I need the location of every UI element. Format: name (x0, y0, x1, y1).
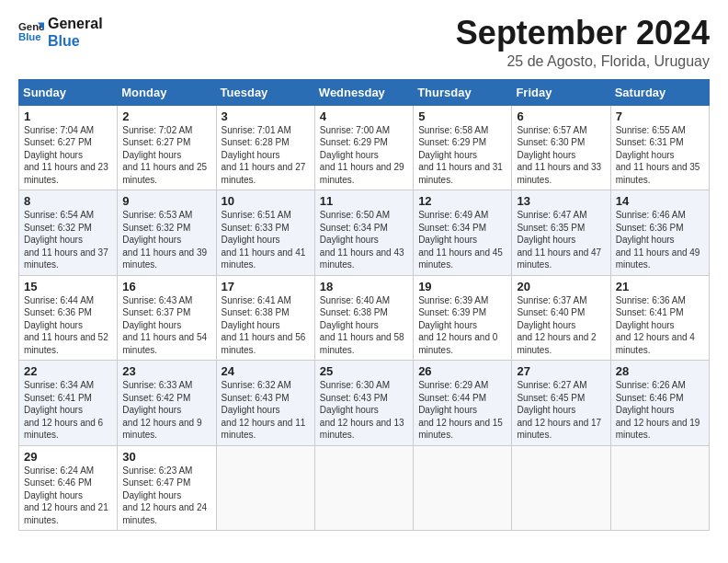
col-friday: Friday (512, 79, 610, 105)
logo-general: General (48, 15, 103, 32)
cell-info: Sunrise: 7:00 AMSunset: 6:29 PMDaylight … (320, 125, 404, 185)
cell-info: Sunrise: 6:24 AMSunset: 6:46 PMDaylight … (24, 465, 108, 525)
day-number: 7 (616, 109, 705, 123)
cell-info: Sunrise: 6:43 AMSunset: 6:37 PMDaylight … (122, 295, 207, 355)
table-row: 11 Sunrise: 6:50 AMSunset: 6:34 PMDaylig… (314, 190, 413, 276)
table-row (610, 445, 709, 531)
table-row (216, 445, 314, 531)
cell-info: Sunrise: 7:02 AMSunset: 6:27 PMDaylight … (122, 125, 207, 185)
table-row: 23 Sunrise: 6:33 AMSunset: 6:42 PMDaylig… (118, 361, 216, 446)
day-number: 21 (616, 280, 705, 293)
table-row: 12 Sunrise: 6:49 AMSunset: 6:34 PMDaylig… (414, 190, 512, 276)
calendar-row-1: 1 Sunrise: 7:04 AMSunset: 6:27 PMDayligh… (19, 105, 710, 190)
cell-info: Sunrise: 6:37 AMSunset: 6:40 PMDaylight … (517, 295, 596, 355)
table-row: 19 Sunrise: 6:39 AMSunset: 6:39 PMDaylig… (414, 275, 512, 361)
cell-info: Sunrise: 6:47 AMSunset: 6:35 PMDaylight … (517, 210, 601, 270)
table-row: 7 Sunrise: 6:55 AMSunset: 6:31 PMDayligh… (610, 105, 709, 190)
day-number: 11 (320, 194, 409, 208)
col-saturday: Saturday (610, 79, 709, 105)
header-row: Sunday Monday Tuesday Wednesday Thursday… (19, 79, 710, 105)
cell-info: Sunrise: 7:01 AMSunset: 6:28 PMDaylight … (222, 125, 306, 185)
table-row: 24 Sunrise: 6:32 AMSunset: 6:43 PMDaylig… (216, 361, 314, 446)
cell-info: Sunrise: 6:49 AMSunset: 6:34 PMDaylight … (418, 210, 503, 270)
cell-info: Sunrise: 6:30 AMSunset: 6:43 PMDaylight … (320, 380, 404, 440)
svg-text:Blue: Blue (18, 31, 41, 42)
col-wednesday: Wednesday (314, 79, 413, 105)
table-row (414, 445, 512, 531)
table-row: 4 Sunrise: 7:00 AMSunset: 6:29 PMDayligh… (314, 105, 413, 190)
table-row: 8 Sunrise: 6:54 AMSunset: 6:32 PMDayligh… (19, 190, 118, 276)
calendar-row-3: 15 Sunrise: 6:44 AMSunset: 6:36 PMDaylig… (19, 275, 710, 361)
table-row: 25 Sunrise: 6:30 AMSunset: 6:43 PMDaylig… (314, 361, 413, 446)
cell-info: Sunrise: 6:40 AMSunset: 6:38 PMDaylight … (320, 295, 404, 355)
cell-info: Sunrise: 7:04 AMSunset: 6:27 PMDaylight … (24, 125, 108, 185)
day-number: 23 (122, 364, 211, 378)
cell-info: Sunrise: 6:23 AMSunset: 6:47 PMDaylight … (122, 465, 207, 525)
day-number: 24 (222, 364, 311, 378)
table-row: 14 Sunrise: 6:46 AMSunset: 6:36 PMDaylig… (610, 190, 709, 276)
day-number: 8 (24, 194, 113, 208)
day-number: 28 (616, 364, 705, 378)
cell-info: Sunrise: 6:55 AMSunset: 6:31 PMDaylight … (616, 125, 700, 185)
day-number: 5 (418, 109, 507, 123)
table-row: 2 Sunrise: 7:02 AMSunset: 6:27 PMDayligh… (118, 105, 216, 190)
calendar-row-2: 8 Sunrise: 6:54 AMSunset: 6:32 PMDayligh… (19, 190, 710, 276)
day-number: 12 (418, 194, 507, 208)
day-number: 1 (24, 109, 113, 123)
table-row (314, 445, 413, 531)
day-number: 27 (517, 364, 606, 378)
day-number: 26 (418, 364, 507, 378)
cell-info: Sunrise: 6:51 AMSunset: 6:33 PMDaylight … (222, 210, 306, 270)
table-row: 1 Sunrise: 7:04 AMSunset: 6:27 PMDayligh… (19, 105, 118, 190)
cell-info: Sunrise: 6:39 AMSunset: 6:39 PMDaylight … (418, 295, 497, 355)
cell-info: Sunrise: 6:44 AMSunset: 6:36 PMDaylight … (24, 295, 108, 355)
day-number: 14 (616, 194, 705, 208)
day-number: 16 (122, 280, 211, 293)
day-number: 6 (517, 109, 606, 123)
cell-info: Sunrise: 6:57 AMSunset: 6:30 PMDaylight … (517, 125, 601, 185)
cell-info: Sunrise: 6:41 AMSunset: 6:38 PMDaylight … (222, 295, 306, 355)
col-monday: Monday (118, 79, 216, 105)
table-row: 9 Sunrise: 6:53 AMSunset: 6:32 PMDayligh… (118, 190, 216, 276)
day-number: 17 (222, 280, 311, 293)
table-row: 6 Sunrise: 6:57 AMSunset: 6:30 PMDayligh… (512, 105, 610, 190)
cell-info: Sunrise: 6:34 AMSunset: 6:41 PMDaylight … (24, 380, 103, 440)
day-number: 25 (320, 364, 409, 378)
cell-info: Sunrise: 6:50 AMSunset: 6:34 PMDaylight … (320, 210, 404, 270)
calendar-row-5: 29 Sunrise: 6:24 AMSunset: 6:46 PMDaylig… (19, 445, 710, 531)
col-tuesday: Tuesday (216, 79, 314, 105)
day-number: 13 (517, 194, 606, 208)
table-row: 5 Sunrise: 6:58 AMSunset: 6:29 PMDayligh… (414, 105, 512, 190)
day-number: 20 (517, 280, 606, 293)
table-row: 28 Sunrise: 6:26 AMSunset: 6:46 PMDaylig… (610, 361, 709, 446)
table-row: 13 Sunrise: 6:47 AMSunset: 6:35 PMDaylig… (512, 190, 610, 276)
cell-info: Sunrise: 6:46 AMSunset: 6:36 PMDaylight … (616, 210, 700, 270)
logo-blue: Blue (48, 32, 103, 50)
day-number: 15 (24, 280, 113, 293)
table-row: 20 Sunrise: 6:37 AMSunset: 6:40 PMDaylig… (512, 275, 610, 361)
cell-info: Sunrise: 6:27 AMSunset: 6:45 PMDaylight … (517, 380, 601, 440)
table-row: 26 Sunrise: 6:29 AMSunset: 6:44 PMDaylig… (414, 361, 512, 446)
day-number: 4 (320, 109, 409, 123)
table-row: 3 Sunrise: 7:01 AMSunset: 6:28 PMDayligh… (216, 105, 314, 190)
day-number: 30 (122, 450, 211, 464)
day-number: 2 (122, 109, 211, 123)
table-row: 22 Sunrise: 6:34 AMSunset: 6:41 PMDaylig… (19, 361, 118, 446)
day-number: 9 (122, 194, 211, 208)
day-number: 3 (222, 109, 311, 123)
cell-info: Sunrise: 6:32 AMSunset: 6:43 PMDaylight … (222, 380, 306, 440)
table-row: 15 Sunrise: 6:44 AMSunset: 6:36 PMDaylig… (19, 275, 118, 361)
table-row: 29 Sunrise: 6:24 AMSunset: 6:46 PMDaylig… (19, 445, 118, 531)
calendar-table: Sunday Monday Tuesday Wednesday Thursday… (18, 79, 710, 532)
cell-info: Sunrise: 6:36 AMSunset: 6:41 PMDaylight … (616, 295, 695, 355)
col-thursday: Thursday (414, 79, 512, 105)
day-number: 10 (222, 194, 311, 208)
calendar-row-4: 22 Sunrise: 6:34 AMSunset: 6:41 PMDaylig… (19, 361, 710, 446)
table-row: 18 Sunrise: 6:40 AMSunset: 6:38 PMDaylig… (314, 275, 413, 361)
table-row: 27 Sunrise: 6:27 AMSunset: 6:45 PMDaylig… (512, 361, 610, 446)
table-row: 10 Sunrise: 6:51 AMSunset: 6:33 PMDaylig… (216, 190, 314, 276)
logo-icon: General Blue (18, 19, 44, 45)
logo: General Blue General Blue (18, 15, 103, 50)
day-number: 18 (320, 280, 409, 293)
cell-info: Sunrise: 6:53 AMSunset: 6:32 PMDaylight … (122, 210, 207, 270)
